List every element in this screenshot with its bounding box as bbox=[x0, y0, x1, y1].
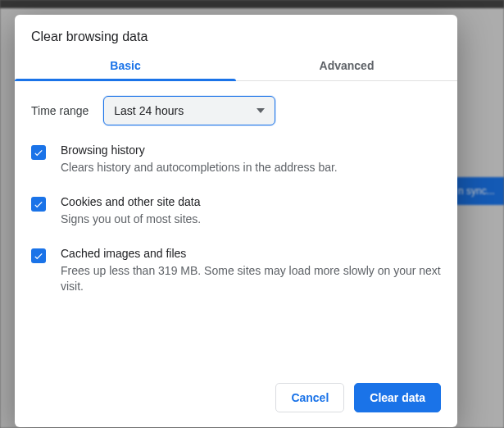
check-icon bbox=[33, 198, 44, 210]
option-desc: Signs you out of most sites. bbox=[61, 212, 201, 227]
cancel-button[interactable]: Cancel bbox=[275, 383, 344, 412]
option-desc: Clears history and autocompletions in th… bbox=[61, 160, 338, 175]
check-icon bbox=[33, 147, 44, 158]
sync-pill: n sync... bbox=[455, 177, 504, 205]
option-cookies: Cookies and other site data Signs you ou… bbox=[31, 195, 441, 227]
tab-basic[interactable]: Basic bbox=[15, 54, 236, 80]
option-title: Cookies and other site data bbox=[61, 195, 201, 208]
time-range-value: Last 24 hours bbox=[114, 104, 184, 117]
tab-advanced[interactable]: Advanced bbox=[236, 54, 457, 80]
dialog-title: Clear browsing data bbox=[15, 15, 457, 54]
checkbox-cookies[interactable] bbox=[31, 197, 46, 212]
time-range-row: Time range Last 24 hours bbox=[31, 96, 441, 125]
option-title: Cached images and files bbox=[61, 247, 441, 260]
option-desc: Frees up less than 319 MB. Some sites ma… bbox=[61, 263, 441, 294]
option-title: Browsing history bbox=[61, 143, 338, 157]
checkbox-cache[interactable] bbox=[31, 248, 46, 263]
dialog-footer: Cancel Clear data bbox=[15, 371, 457, 427]
dialog-tabs: Basic Advanced bbox=[15, 54, 457, 81]
time-range-label: Time range bbox=[31, 104, 89, 117]
clear-browsing-data-dialog: Clear browsing data Basic Advanced Time … bbox=[15, 15, 457, 427]
option-cache: Cached images and files Frees up less th… bbox=[31, 247, 441, 294]
clear-data-button[interactable]: Clear data bbox=[354, 383, 441, 412]
option-browsing-history: Browsing history Clears history and auto… bbox=[31, 143, 441, 175]
check-icon bbox=[33, 250, 44, 262]
dialog-body: Time range Last 24 hours Browsing histor… bbox=[15, 81, 457, 371]
time-range-select[interactable]: Last 24 hours bbox=[103, 96, 275, 125]
chevron-down-icon bbox=[257, 108, 265, 113]
checkbox-browsing-history[interactable] bbox=[31, 145, 46, 160]
